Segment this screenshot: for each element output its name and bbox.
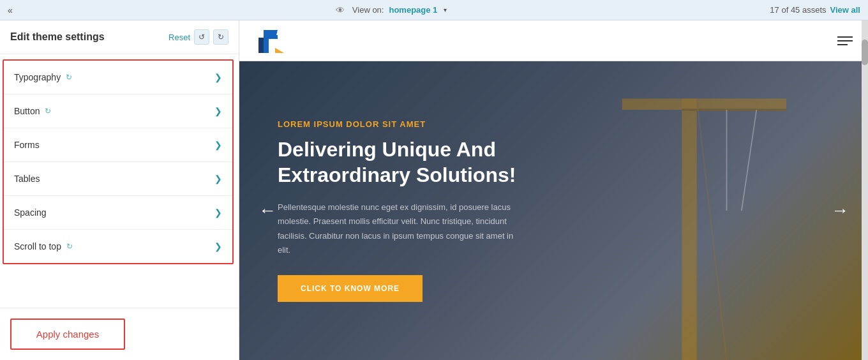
svg-marker-3 — [269, 30, 278, 35]
spacing-label: Spacing — [14, 207, 47, 218]
typography-refresh-icon: ↻ — [66, 73, 72, 82]
settings-item-scroll-to-top[interactable]: Scroll to top ↻ ❯ — [4, 230, 232, 263]
hero-title: Delivering Unique And Extraordinary Solu… — [278, 137, 584, 188]
tables-chevron-icon: ❯ — [214, 174, 222, 184]
menu-line-1 — [837, 36, 853, 38]
settings-list-wrapper: Typography ↻ ❯ Button ↻ ❯ Forms — [0, 54, 239, 308]
sidebar-header: Edit theme settings Reset ↺ ↻ — [0, 20, 239, 54]
hero-next-button[interactable]: → — [825, 194, 855, 227]
svg-rect-6 — [622, 99, 786, 110]
sidebar-title: Edit theme settings — [10, 31, 105, 43]
preview-header — [239, 20, 868, 61]
forms-chevron-icon: ❯ — [214, 140, 222, 150]
preview-scrollbar[interactable] — [862, 20, 868, 360]
scroll-to-top-refresh-icon: ↻ — [66, 242, 73, 251]
redo-button[interactable]: ↻ — [213, 29, 228, 45]
view-on-page-link[interactable]: homepage 1 — [389, 5, 437, 15]
scroll-to-top-label: Scroll to top — [14, 241, 61, 251]
svg-rect-1 — [269, 35, 278, 39]
menu-line-3 — [837, 44, 848, 45]
apply-area: Apply changes — [0, 308, 239, 360]
menu-line-2 — [837, 40, 853, 41]
hero-section: ← LOREM IPSUM DOLOR SIT AMET Delivering … — [239, 61, 868, 360]
top-bar-left: « — [8, 5, 13, 15]
typography-chevron-icon: ❯ — [214, 72, 222, 82]
svg-line-8 — [697, 99, 727, 361]
hero-prev-button[interactable]: ← — [252, 194, 283, 227]
eye-icon: 👁 — [336, 5, 345, 15]
svg-rect-2 — [258, 38, 264, 53]
svg-line-10 — [742, 110, 756, 211]
forms-label: Forms — [14, 140, 40, 150]
sidebar-controls: Reset ↺ ↻ — [168, 29, 228, 45]
svg-marker-4 — [275, 48, 284, 53]
typography-label: Typography — [14, 72, 61, 82]
reset-button[interactable]: Reset — [168, 33, 190, 42]
settings-item-button[interactable]: Button ↻ ❯ — [4, 94, 232, 128]
svg-rect-5 — [682, 99, 696, 361]
hero-cta-button[interactable]: CLICK TO KNOW MORE — [278, 275, 423, 302]
settings-item-tables[interactable]: Tables ❯ — [4, 162, 232, 196]
preview-menu-button[interactable] — [835, 34, 855, 48]
settings-item-forms[interactable]: Forms ❯ — [4, 128, 232, 162]
scroll-to-top-chevron-icon: ❯ — [214, 241, 222, 251]
button-refresh-icon: ↻ — [45, 107, 51, 116]
button-label: Button — [14, 106, 40, 116]
undo-button[interactable]: ↺ — [194, 29, 209, 45]
button-chevron-icon: ❯ — [214, 106, 222, 116]
preview-pane: ← LOREM IPSUM DOLOR SIT AMET Delivering … — [239, 20, 868, 360]
spacing-chevron-icon: ❯ — [214, 207, 222, 218]
apply-changes-button[interactable]: Apply changes — [10, 319, 125, 350]
hero-subtitle: LOREM IPSUM DOLOR SIT AMET — [278, 119, 584, 129]
page-dropdown-arrow[interactable]: ▾ — [444, 6, 447, 13]
main-layout: Edit theme settings Reset ↺ ↻ Typography… — [0, 20, 868, 360]
hero-body-text: Pellentesque molestie nunc eget ex digni… — [278, 200, 520, 257]
settings-list: Typography ↻ ❯ Button ↻ ❯ Forms — [3, 59, 234, 264]
view-on-label: View on: — [352, 5, 384, 15]
collapse-sidebar-button[interactable]: « — [8, 5, 13, 15]
tables-label: Tables — [14, 174, 40, 184]
asset-count-label: 17 of 45 assets — [770, 5, 826, 15]
view-all-link[interactable]: View all — [830, 5, 860, 15]
settings-item-spacing[interactable]: Spacing ❯ — [4, 196, 232, 230]
top-bar: « 👁 View on: homepage 1 ▾ 17 of 45 asset… — [0, 0, 868, 20]
top-bar-center: 👁 View on: homepage 1 ▾ — [336, 5, 447, 15]
hero-content: LOREM IPSUM DOLOR SIT AMET Delivering Un… — [239, 100, 622, 320]
settings-item-typography[interactable]: Typography ↻ ❯ — [4, 61, 232, 94]
preview-logo — [252, 25, 284, 57]
logo-icon — [252, 25, 284, 57]
preview-scrollbar-thumb — [862, 40, 868, 65]
sidebar: Edit theme settings Reset ↺ ↻ Typography… — [0, 20, 239, 360]
top-bar-right: 17 of 45 assets View all — [770, 5, 860, 15]
svg-rect-0 — [264, 30, 269, 53]
